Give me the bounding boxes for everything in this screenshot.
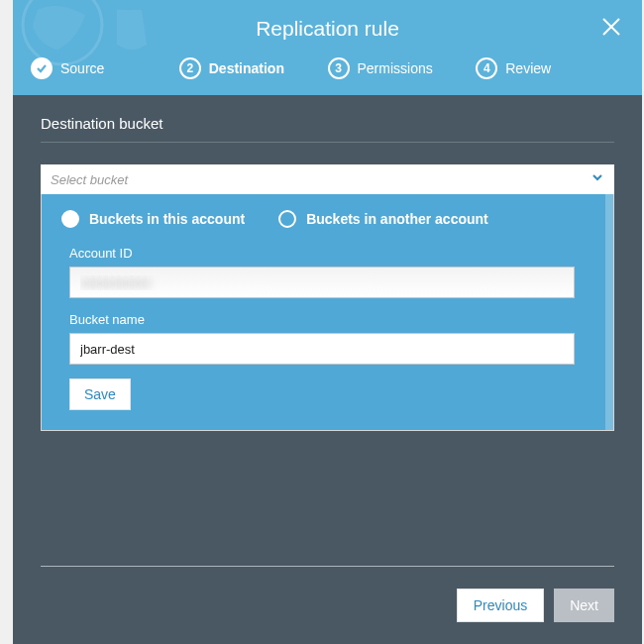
step-source[interactable]: Source (31, 57, 179, 79)
next-button[interactable]: Next (554, 589, 614, 622)
step-number-icon: 2 (179, 57, 201, 79)
radio-group-account: Buckets in this account Buckets in anoth… (61, 210, 593, 228)
modal-header: Replication rule Source 2 Destination 3 (13, 0, 642, 95)
step-number-icon: 3 (328, 57, 350, 79)
close-button[interactable] (600, 16, 622, 42)
step-destination[interactable]: 2 Destination (179, 57, 328, 79)
divider (41, 566, 614, 567)
radio-other-account[interactable]: Buckets in another account (278, 210, 488, 228)
account-id-label: Account ID (69, 246, 593, 261)
select-placeholder: Select bucket (51, 172, 590, 187)
modal-footer: Previous Next (13, 550, 642, 644)
account-id-input[interactable] (69, 267, 575, 298)
chevron-down-icon (590, 170, 604, 188)
step-label: Permissions (358, 60, 433, 76)
replication-rule-modal: Replication rule Source 2 Destination 3 (13, 0, 642, 644)
select-bucket-dropdown[interactable]: Select bucket (41, 164, 614, 194)
step-label: Source (60, 60, 104, 76)
modal-title: Replication rule (256, 17, 399, 41)
radio-icon (61, 210, 79, 228)
radio-label: Buckets in this account (89, 211, 245, 227)
bucket-source-panel: Buckets in this account Buckets in anoth… (41, 194, 614, 431)
wizard-steps: Source 2 Destination 3 Permissions 4 Rev… (13, 57, 642, 95)
step-label: Review (505, 60, 551, 76)
radio-this-account[interactable]: Buckets in this account (61, 210, 245, 228)
footer-buttons: Previous Next (41, 589, 614, 622)
radio-label: Buckets in another account (306, 211, 488, 227)
check-icon (31, 57, 53, 79)
step-permissions[interactable]: 3 Permissions (328, 57, 477, 79)
modal-content: Destination bucket Select bucket Buckets… (13, 95, 642, 550)
previous-button[interactable]: Previous (457, 589, 544, 622)
save-button[interactable]: Save (69, 378, 131, 410)
bucket-name-label: Bucket name (69, 312, 593, 327)
close-icon (600, 16, 622, 38)
step-label: Destination (209, 60, 284, 76)
radio-icon (278, 210, 296, 228)
step-review[interactable]: 4 Review (476, 57, 624, 79)
section-title: Destination bucket (41, 115, 614, 143)
step-number-icon: 4 (476, 57, 497, 79)
bucket-name-input[interactable] (69, 333, 575, 365)
